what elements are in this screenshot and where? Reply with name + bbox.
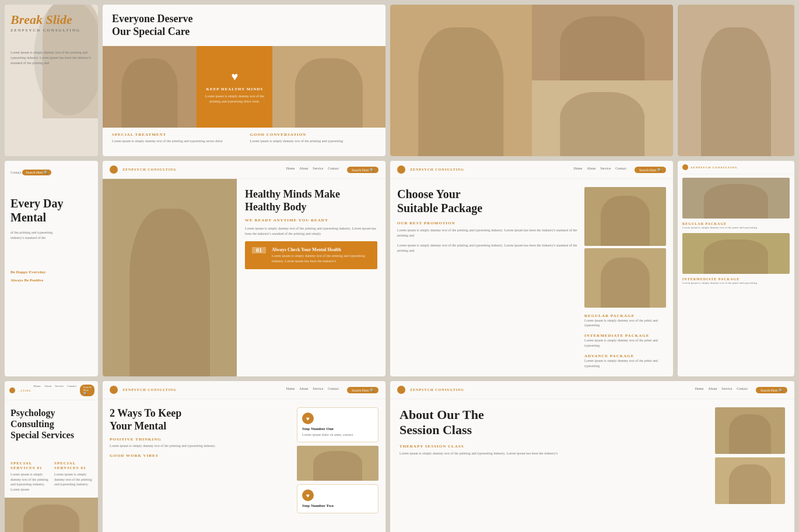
choose-nav: ZENPSYCH CONSULTING Home About Service C…	[390, 161, 673, 179]
right-partial-card	[390, 5, 673, 156]
ways-nav-contact[interactable]: Contact	[328, 387, 339, 393]
everyday-search-btn[interactable]: Search Here 🔍	[22, 170, 51, 175]
about-nav-contact[interactable]: Contact	[737, 387, 748, 393]
choose-nav-service[interactable]: Service	[600, 167, 611, 173]
choose-nav-home[interactable]: Home	[574, 167, 583, 173]
psych-nav-contact[interactable]: Contact	[67, 385, 76, 396]
choose-promo-label: OUR BEST PROMOTION	[397, 221, 577, 226]
choose-right: REGULAR PACKAGE Lorem ipsum is simply du…	[584, 187, 666, 368]
about-img-2	[715, 457, 785, 504]
choose-img-1	[584, 187, 666, 246]
choose-left: Choose YourSuitable Package OUR BEST PRO…	[397, 187, 577, 368]
keep-healthy-label: KEEP HEALTHY MINDS	[206, 87, 264, 91]
everyone-title: Everyone DeserveOur Special Care	[112, 13, 376, 38]
psych-nav-service[interactable]: Service	[55, 385, 64, 396]
about-session-text: Lorem ipsum is simply dummy text of the …	[400, 451, 707, 456]
everyone-images: ♥ KEEP HEALTHY MINDS Lorem ipsum is simp…	[103, 46, 386, 128]
ways-nav-links: Home About Service Contact Search Here 🔍	[286, 387, 379, 393]
service-text-2: Lorem ipsum is simply dummy text of the …	[250, 139, 377, 143]
about-search-btn[interactable]: Search Here 🔍	[756, 387, 787, 393]
healthy-subtitle: WE READY ANYTIME YOU READY	[245, 218, 377, 223]
choose-nav-about[interactable]: About	[587, 167, 595, 173]
about-nav-service[interactable]: Service	[721, 387, 732, 393]
everyday-nav: Contact Search Here 🔍	[10, 170, 92, 174]
psych-nav-home[interactable]: Home	[34, 385, 41, 396]
pkg-regular: REGULAR PACKAGE Lorem ipsum is simply du…	[584, 313, 666, 328]
healthy-search-btn[interactable]: Search Here 🔍	[347, 167, 379, 173]
psych-nav: ...LTING Home About Service Contact Sear…	[5, 381, 98, 400]
ways-nav-about[interactable]: About	[299, 387, 308, 393]
step-card-1: ♥ Step Number One Lorem ipsum dolor sit …	[297, 407, 379, 442]
step-text: Always Check Your Mental Health Lorem ip…	[272, 247, 370, 263]
step-number: 01	[252, 247, 266, 253]
special-svc-2: SPECIAL SERVICES 02 Lorem ipsum is simpl…	[54, 461, 92, 492]
r2-pkg-regular-text: Lorem ipsum is simply dummy text of the …	[682, 226, 790, 230]
about-nav-logo	[397, 386, 405, 394]
everyday-links: Be Happy Everyday Always Be Positive	[10, 270, 92, 283]
right-partial-images	[390, 5, 673, 156]
ways-nav-brand: ZENPSYCH CONSULTING	[122, 388, 177, 392]
choose-search-btn[interactable]: Search Here 🔍	[635, 167, 666, 173]
ways-nav-home[interactable]: Home	[286, 387, 295, 393]
about-card: ZENPSYCH CONSULTING Home About Service C…	[390, 381, 794, 532]
choose-content: Choose YourSuitable Package OUR BEST PRO…	[390, 179, 673, 376]
healthy-nav-logo	[110, 165, 118, 174]
healthy-body: Lorem ipsum is simply dummy text of the …	[245, 226, 377, 237]
choose-nav-brand: ZENPSYCH CONSULTING	[410, 168, 464, 171]
about-nav-brand: ZENPSYCH CONSULTING	[410, 388, 464, 392]
ways-search-btn[interactable]: Search Here 🔍	[347, 387, 379, 393]
choose-nav-contact[interactable]: Contact	[615, 167, 626, 173]
nav-service[interactable]: Service	[313, 167, 323, 173]
pkg-intermediate-label: INTERMEDIATE PACKAGE	[584, 333, 666, 338]
link-happy[interactable]: Be Happy Everyday	[10, 270, 92, 274]
choose-card: ZENPSYCH CONSULTING Home About Service C…	[390, 161, 673, 376]
ways-item-text-1: Lorem ipsum is simply dummy text of the …	[110, 443, 290, 448]
rp-image-bottom	[532, 80, 674, 156]
about-nav-about[interactable]: About	[708, 387, 717, 393]
pkg-regular-text: Lorem ipsum is simply dummy text of the …	[584, 318, 666, 328]
service-label-1: SPECIAL TREATMENT	[112, 132, 239, 137]
psych-nav-logo	[9, 387, 15, 393]
service-text-1: Lorem ipsum is simply dummy text of the …	[112, 139, 239, 143]
keep-healthy-box: ♥ KEEP HEALTHY MINDS Lorem ipsum is simp…	[197, 46, 272, 128]
about-left: About Our TheSession Class THERAPY SESSI…	[400, 407, 707, 532]
service-col-2: GOOD CONVERSATION Lorem ipsum is simply …	[250, 132, 377, 143]
step-body: Lorem ipsum is simply dummy text of the …	[272, 253, 370, 263]
healthy-text: Healthy Minds MakeHealthy Body WE READY …	[237, 179, 386, 376]
step-2-title: Step Number Two	[302, 503, 373, 508]
everyday-card: Contact Search Here 🔍 Every DayMental of…	[5, 161, 98, 376]
psych-search-btn[interactable]: Search Here 🔍	[80, 385, 95, 396]
healthy-main-image	[103, 179, 237, 376]
r2-img-1	[682, 178, 790, 219]
ways-nav-service[interactable]: Service	[313, 387, 323, 393]
nav-contact[interactable]: Contact	[328, 167, 339, 173]
r2-nav-logo	[682, 164, 688, 170]
keep-healthy-text: Lorem ipsum is simply dummy text of the …	[202, 94, 267, 104]
about-nav-home[interactable]: Home	[695, 387, 704, 393]
service-label-2: GOOD CONVERSATION	[250, 132, 377, 137]
pkg-advance-label: ADVANCE PACKAGE	[584, 354, 666, 358]
nav-contact: Contact	[10, 171, 22, 174]
therapy-image-2	[272, 46, 386, 128]
main-grid: Break Slide ZENPSYCH CONSULTING Lorem ip…	[0, 0, 799, 532]
special-svc-1: SPECIAL SERVICES 01 Lorem ipsum is simpl…	[10, 461, 48, 492]
everyday-body: of the printing and typesettingindustry'…	[10, 230, 92, 241]
nav-about[interactable]: About	[299, 167, 308, 173]
pkg-advance: ADVANCE PACKAGE Lorem ipsum is simply du…	[584, 354, 666, 368]
break-bg	[5, 5, 98, 156]
pkg-regular-label: REGULAR PACKAGE	[584, 313, 666, 318]
step-card-2: ♥ Step Number Two	[297, 484, 379, 513]
rp-image-2	[532, 5, 674, 156]
break-title: Break Slide	[10, 13, 92, 27]
special-svc-text-2: Lorem ipsum is simply dummy text of the …	[54, 472, 92, 487]
link-positive[interactable]: Always Be Positive	[10, 278, 92, 283]
about-img-1	[715, 407, 785, 454]
heart-icon: ♥	[231, 70, 238, 83]
special-svc-label-2: SPECIAL SERVICES 02	[54, 461, 92, 470]
break-subtitle: ZENPSYCH CONSULTING	[10, 28, 92, 33]
nav-home[interactable]: Home	[286, 167, 295, 173]
choose-img-2	[584, 248, 666, 307]
step-1-icon: ♥	[302, 413, 314, 424]
healthy-card: ZENPSYCH CONSULTING Home About Service C…	[103, 161, 386, 376]
psych-nav-about[interactable]: About	[44, 385, 52, 396]
